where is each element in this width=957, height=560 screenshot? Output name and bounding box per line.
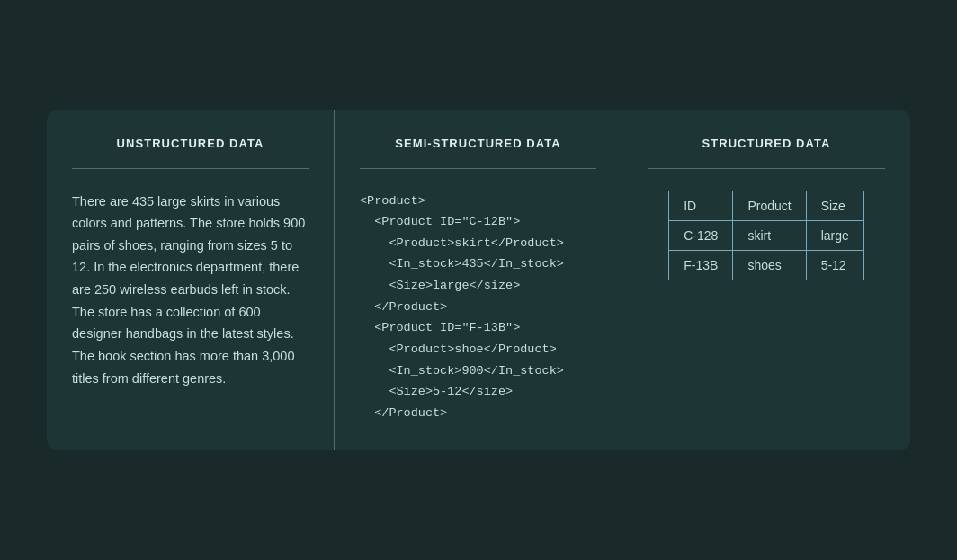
semi-structured-header: SEMI-STRUCTURED DATA [360, 137, 596, 169]
main-card: UNSTRUCTURED DATA There are 435 large sk… [47, 110, 910, 451]
table-cell: large [806, 220, 863, 250]
table-cell: shoes [733, 250, 806, 280]
table-cell: skirt [733, 220, 806, 250]
table-header-cell: ID [669, 191, 733, 220]
table-row: C-128skirtlarge [669, 220, 864, 250]
semi-structured-column: SEMI-STRUCTURED DATA <Product> <Product … [335, 110, 622, 451]
structured-column: STRUCTURED DATA IDProductSizeC-128skirtl… [622, 110, 910, 451]
comparison-table: UNSTRUCTURED DATA There are 435 large sk… [47, 110, 910, 451]
table-header-cell: Size [806, 191, 863, 220]
unstructured-column: UNSTRUCTURED DATA There are 435 large sk… [47, 110, 335, 451]
structured-inner: STRUCTURED DATA IDProductSizeC-128skirtl… [648, 137, 885, 280]
table-row: F-13Bshoes5-12 [669, 250, 864, 280]
table-cell: F-13B [669, 250, 733, 280]
table-header-cell: Product [733, 191, 806, 220]
table-cell: C-128 [669, 220, 733, 250]
unstructured-body: There are 435 large skirts in various co… [72, 191, 309, 390]
unstructured-header: UNSTRUCTURED DATA [72, 137, 309, 169]
xml-code-block: <Product> <Product ID="C-12B"> <Product>… [360, 191, 596, 424]
structured-data-table: IDProductSizeC-128skirtlargeF-13Bshoes5-… [668, 191, 864, 280]
structured-header: STRUCTURED DATA [648, 137, 885, 169]
table-cell: 5-12 [806, 250, 863, 280]
structured-table-wrapper: IDProductSizeC-128skirtlargeF-13Bshoes5-… [648, 191, 885, 280]
